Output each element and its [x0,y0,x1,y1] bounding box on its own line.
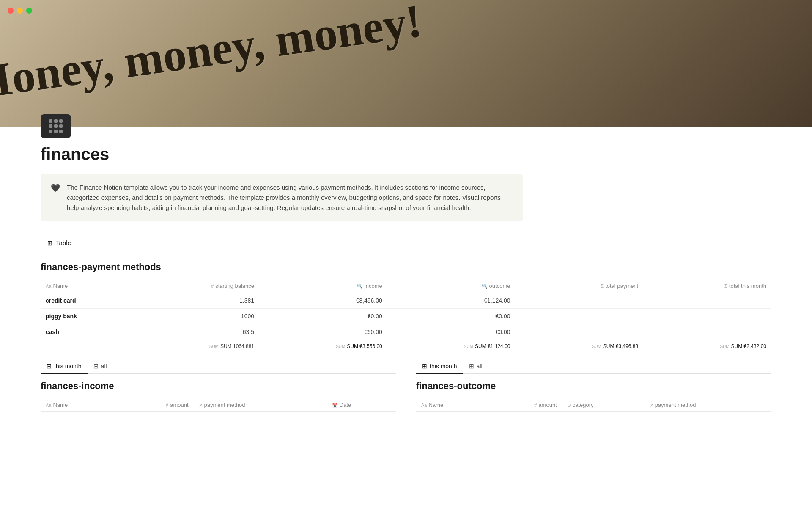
hero-text: Money, money, money! [0,0,425,111]
cell-name: cash [41,324,134,340]
payment-methods-section: finances-payment methods AaName #startin… [41,262,771,353]
minimize-button[interactable] [17,8,23,14]
outcome-col-name: AaName [416,398,488,412]
cell-sum-empty [41,340,134,353]
outcome-tab-bar: ⊞ this month ⊞ all [416,359,771,374]
cell-name: piggy bank [41,309,134,324]
cell-total-payment [515,309,643,324]
outcome-header-row: AaName #amount ⊙category ↗payment method [416,398,771,412]
grid-icon [46,116,66,136]
cell-name: credit card [41,293,134,309]
cell-total-payment [515,324,643,340]
heart-icon: 🖤 [51,183,60,213]
tab-outcome-all[interactable]: ⊞ all [463,359,488,374]
col-header-income: 🔍income [259,279,387,293]
col-header-total-payment: Σtotal payment [515,279,643,293]
outcome-title: finances-outcome [416,381,771,392]
table-header-row: AaName #starting balance 🔍income 🔍outcom… [41,279,771,293]
cell-starting-balance: 63.5 [134,324,259,340]
income-col-amount: #amount [116,398,193,412]
page-title: finances [41,145,771,164]
table-icon-small: ⊞ [469,363,474,370]
col-header-outcome: 🔍outcome [387,279,516,293]
cell-sum-income: SUMSUM €3,556.00 [259,340,387,353]
income-col-date: 📅Date [327,398,396,412]
cell-income: €60.00 [259,324,387,340]
bottom-grid: ⊞ this month ⊞ all finances-income AaNam… [41,359,771,412]
cell-sum-total-this-month: SUMSUM €2,432.00 [643,340,771,353]
cell-outcome: €0.00 [387,324,516,340]
cell-total-payment [515,293,643,309]
cell-sum-total-payment: SUMSUM €3,496.88 [515,340,643,353]
income-table: AaName #amount ↗payment method 📅Date [41,398,396,412]
hero-banner: Money, money, money! [0,0,812,127]
cell-income: €0.00 [259,309,387,324]
close-button[interactable] [8,8,14,14]
table-icon-small: ⊞ [47,363,52,370]
income-title: finances-income [41,381,396,392]
col-header-starting-balance: #starting balance [134,279,259,293]
cell-outcome: €1,124.00 [387,293,516,309]
tab-income-this-month[interactable]: ⊞ this month [41,359,88,374]
income-tab-bar: ⊞ this month ⊞ all [41,359,396,374]
cell-starting-balance: 1000 [134,309,259,324]
page-icon-block [41,114,812,138]
income-section: ⊞ this month ⊞ all finances-income AaNam… [41,359,396,412]
maximize-button[interactable] [26,8,32,14]
table-icon-small: ⊞ [93,363,99,370]
table-row[interactable]: cash 63.5 €60.00 €0.00 [41,324,771,340]
window-controls [8,8,32,14]
outcome-col-amount: #amount [488,398,562,412]
cell-sum-outcome: SUMSUM €1,124.00 [387,340,516,353]
tab-table-label: Table [56,239,71,246]
tab-table[interactable]: ⊞ Table [41,235,78,251]
outcome-section: ⊞ this month ⊞ all finances-outcome AaNa… [416,359,771,412]
main-tab-bar: ⊞ Table [41,235,771,251]
description-box: 🖤 The Finance Notion template allows you… [41,174,523,221]
cell-starting-balance: 1.381 [134,293,259,309]
table-row[interactable]: credit card 1.381 €3,496.00 €1,124.00 [41,293,771,309]
tab-outcome-this-month[interactable]: ⊞ this month [416,359,463,374]
table-icon-small: ⊞ [422,363,427,370]
income-header-row: AaName #amount ↗payment method 📅Date [41,398,396,412]
income-col-payment-method: ↗payment method [194,398,327,412]
outcome-col-payment-method: ↗payment method [645,398,771,412]
outcome-table: AaName #amount ⊙category ↗payment method [416,398,771,412]
payment-methods-title: finances-payment methods [41,262,771,273]
outcome-col-category: ⊙category [562,398,645,412]
cell-outcome: €0.00 [387,309,516,324]
col-header-name: AaName [41,279,134,293]
cell-total-this-month [643,324,771,340]
table-sum-row: SUMSUM 1064.881 SUMSUM €3,556.00 SUMSUM … [41,340,771,353]
col-header-total-this-month: Σtotal this month [643,279,771,293]
income-col-name: AaName [41,398,116,412]
cell-sum-starting-balance: SUMSUM 1064.881 [134,340,259,353]
payment-methods-table: AaName #starting balance 🔍income 🔍outcom… [41,279,771,353]
tab-income-all[interactable]: ⊞ all [88,359,113,374]
table-row[interactable]: piggy bank 1000 €0.00 €0.00 [41,309,771,324]
cell-income: €3,496.00 [259,293,387,309]
page-icon [41,114,71,138]
description-text: The Finance Notion template allows you t… [67,182,513,213]
table-icon: ⊞ [47,240,52,246]
cell-total-this-month [643,293,771,309]
cell-total-this-month [643,309,771,324]
